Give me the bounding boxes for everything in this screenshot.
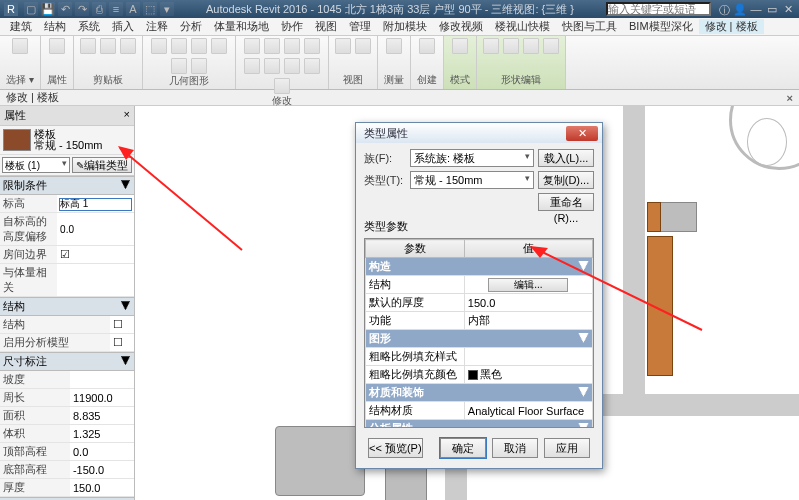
load-button[interactable]: 载入(L)...: [538, 149, 594, 167]
qat-icon[interactable]: A: [126, 2, 140, 16]
panel-close-icon[interactable]: ×: [124, 108, 130, 123]
ribbon-tool-icon[interactable]: [355, 38, 371, 54]
ribbon-tool-icon[interactable]: [503, 38, 519, 54]
param-row[interactable]: 默认的厚度150.0: [366, 294, 593, 312]
help-search-input[interactable]: [606, 2, 711, 16]
props-section-header[interactable]: 尺寸标注⯆: [0, 352, 134, 371]
param-value[interactable]: [464, 348, 592, 366]
props-input[interactable]: [60, 199, 131, 210]
ribbon-tool-icon[interactable]: [419, 38, 435, 54]
ribbon-tool-icon[interactable]: [120, 38, 136, 54]
props-input[interactable]: [60, 224, 131, 235]
ribbon-tool-icon[interactable]: [191, 58, 207, 74]
qat-undo-icon[interactable]: ↶: [58, 2, 72, 16]
ribbon-tool-icon[interactable]: [264, 58, 280, 74]
props-value[interactable]: [57, 195, 134, 213]
ribbon-tool-icon[interactable]: [244, 58, 260, 74]
instance-combo[interactable]: 楼板 (1): [2, 157, 70, 173]
cancel-button[interactable]: 取消: [492, 438, 538, 458]
edit-structure-button[interactable]: 编辑...: [488, 278, 568, 292]
ok-button[interactable]: 确定: [440, 438, 486, 458]
ribbon-tool-icon[interactable]: [483, 38, 499, 54]
param-category-row[interactable]: 构造 ⯆: [366, 258, 593, 276]
param-value[interactable]: 150.0: [464, 294, 592, 312]
ribbon-tab[interactable]: 分析: [174, 19, 208, 34]
ribbon-tab[interactable]: 体量和场地: [208, 19, 275, 34]
dialog-titlebar[interactable]: 类型属性 ✕: [356, 123, 602, 143]
ribbon-tab[interactable]: 视图: [309, 19, 343, 34]
view-cube[interactable]: [741, 112, 793, 172]
context-close-icon[interactable]: ×: [787, 92, 793, 104]
ribbon-tab[interactable]: 建筑: [4, 19, 38, 34]
ribbon-tool-icon[interactable]: [211, 38, 227, 54]
param-category-row[interactable]: 分析属性 ⯆: [366, 420, 593, 429]
param-value[interactable]: 编辑...: [464, 276, 592, 294]
ribbon-tool-icon[interactable]: [244, 38, 260, 54]
ribbon-tab[interactable]: 系统: [72, 19, 106, 34]
qat-redo-icon[interactable]: ↷: [75, 2, 89, 16]
qat-dropdown-icon[interactable]: ▾: [160, 2, 174, 16]
param-row[interactable]: 粗略比例填充颜色黑色: [366, 366, 593, 384]
ribbon-tool-icon[interactable]: [304, 38, 320, 54]
ribbon-tab[interactable]: 结构: [38, 19, 72, 34]
edit-type-button[interactable]: ✎ 编辑类型: [72, 157, 132, 173]
ribbon-tab[interactable]: 协作: [275, 19, 309, 34]
family-combo[interactable]: 系统族: 楼板: [410, 149, 534, 167]
ribbon-tab[interactable]: 楼视山快模: [489, 19, 556, 34]
ribbon-tab[interactable]: 附加模块: [377, 19, 433, 34]
ribbon-tool-icon[interactable]: [543, 38, 559, 54]
props-section-header[interactable]: 结构⯆: [0, 297, 134, 316]
preview-button[interactable]: << 预览(P): [368, 438, 423, 458]
type-combo[interactable]: 常规 - 150mm: [410, 171, 534, 189]
ribbon-tool-icon[interactable]: [12, 38, 28, 54]
qat-icon[interactable]: ≡: [109, 2, 123, 16]
col-param[interactable]: 参数: [366, 240, 465, 258]
ribbon-tool-icon[interactable]: [274, 78, 290, 94]
ribbon-tool-icon[interactable]: [80, 38, 96, 54]
ribbon-tool-icon[interactable]: [151, 38, 167, 54]
qat-print-icon[interactable]: ⎙: [92, 2, 106, 16]
ribbon-tool-icon[interactable]: [284, 58, 300, 74]
info-icon[interactable]: ⓘ: [717, 3, 731, 15]
ribbon-tool-icon[interactable]: [335, 38, 351, 54]
ribbon-tab[interactable]: BIM模型深化: [623, 19, 699, 34]
maximize-icon[interactable]: ▭: [765, 3, 779, 15]
param-row[interactable]: 功能内部: [366, 312, 593, 330]
type-selector[interactable]: 楼板 常规 - 150mm: [0, 126, 134, 155]
apply-button[interactable]: 应用: [544, 438, 590, 458]
type-params-grid[interactable]: 参数 值 构造 ⯆结构编辑...默认的厚度150.0功能内部图形 ⯆粗略比例填充…: [364, 238, 594, 428]
param-category-row[interactable]: 图形 ⯆: [366, 330, 593, 348]
ribbon-tool-icon[interactable]: [171, 38, 187, 54]
props-section-header[interactable]: 限制条件⯆: [0, 176, 134, 195]
ribbon-tab[interactable]: 修改视频: [433, 19, 489, 34]
param-value[interactable]: Analytical Floor Surface: [464, 402, 592, 420]
close-icon[interactable]: ✕: [781, 3, 795, 15]
param-row[interactable]: 结构材质Analytical Floor Surface: [366, 402, 593, 420]
qat-save-icon[interactable]: 💾: [41, 2, 55, 16]
qat-open-icon[interactable]: ▢: [24, 2, 38, 16]
ribbon-tool-icon[interactable]: [523, 38, 539, 54]
param-category-row[interactable]: 材质和装饰 ⯆: [366, 384, 593, 402]
ribbon-tool-icon[interactable]: [304, 58, 320, 74]
qat-icon[interactable]: ⬚: [143, 2, 157, 16]
ribbon-tool-icon[interactable]: [264, 38, 280, 54]
props-value[interactable]: [57, 213, 134, 246]
param-row[interactable]: 粗略比例填充样式: [366, 348, 593, 366]
ribbon-tool-icon[interactable]: [100, 38, 116, 54]
ribbon-tool-icon[interactable]: [284, 38, 300, 54]
ribbon-tool-icon[interactable]: [191, 38, 207, 54]
user-icon[interactable]: 👤: [733, 3, 747, 15]
ribbon-tab[interactable]: 管理: [343, 19, 377, 34]
ribbon-tab[interactable]: 快图与工具: [556, 19, 623, 34]
param-value[interactable]: 黑色: [464, 366, 592, 384]
col-value[interactable]: 值: [464, 240, 592, 258]
duplicate-button[interactable]: 复制(D)...: [538, 171, 594, 189]
ribbon-tool-icon[interactable]: [49, 38, 65, 54]
dialog-close-button[interactable]: ✕: [566, 126, 598, 141]
rename-button[interactable]: 重命名(R)...: [538, 193, 594, 211]
ribbon-tool-icon[interactable]: [386, 38, 402, 54]
revit-app-icon[interactable]: R: [4, 2, 18, 16]
ribbon-tool-icon[interactable]: [171, 58, 187, 74]
ribbon-tab[interactable]: 插入: [106, 19, 140, 34]
ribbon-tool-icon[interactable]: [452, 38, 468, 54]
